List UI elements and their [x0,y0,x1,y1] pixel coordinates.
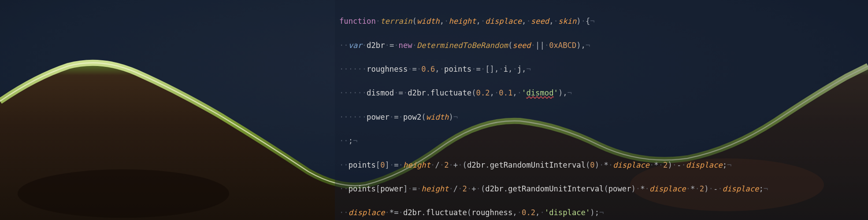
code-line: ··var·d2br·=·new·DeterminedToBeRandom(se… [339,40,864,51]
code-line: ··points[0]·=·height·/·2·+·(d2br.getRand… [339,159,864,171]
svg-point-3 [18,169,229,218]
code-line: ··;¬ [339,135,864,147]
code-editor[interactable]: function·terrain(width,·height,·displace… [335,0,868,220]
code-line: ······power·=·pow2(width)¬ [339,111,864,123]
code-line: ······roughness·=·0.6,·points·=·[],·i,·j… [339,63,864,75]
code-line: ······dismod·=·d2br.fluctuate(0.2,·0.1,·… [339,87,864,99]
code-line: ··displace·*=·d2br.fluctuate(roughness,·… [339,207,864,219]
code-line: ··points[power]·=·height·/·2·+·(d2br.get… [339,183,864,195]
code-line: function·terrain(width,·height,·displace… [339,15,864,27]
